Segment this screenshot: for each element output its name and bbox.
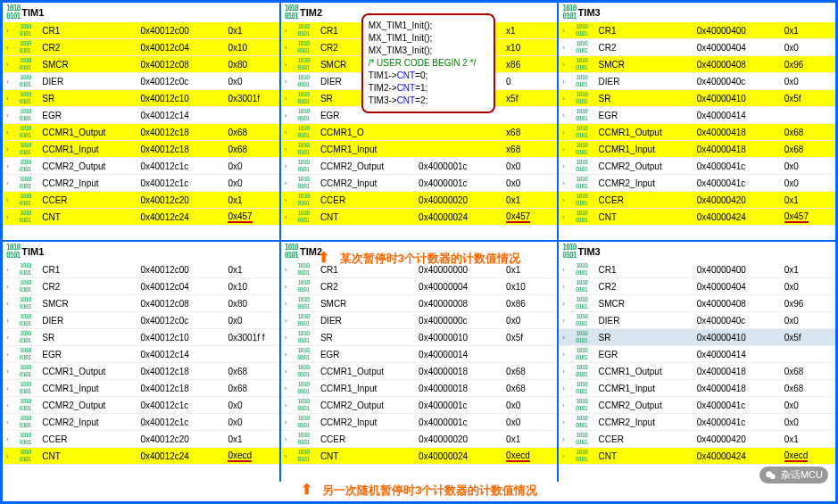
- expand-icon[interactable]: ›: [281, 278, 295, 295]
- register-row[interactable]: ›10100101CCMR2_Input0x4000041c0x0: [559, 414, 835, 431]
- expand-icon[interactable]: ›: [559, 312, 572, 329]
- register-row[interactable]: ›10100101CCMR1_Output0x40012c180x68: [3, 363, 279, 380]
- expand-icon[interactable]: ›: [281, 73, 295, 90]
- expand-icon[interactable]: ›: [559, 448, 572, 465]
- expand-icon[interactable]: ›: [281, 414, 295, 431]
- expand-icon[interactable]: ›: [3, 448, 16, 465]
- register-row[interactable]: ›10100101DIER0x4000000c0x0: [281, 312, 558, 329]
- expand-icon[interactable]: ›: [281, 141, 295, 158]
- expand-icon[interactable]: ›: [559, 397, 572, 414]
- expand-icon[interactable]: ›: [559, 431, 572, 448]
- register-row[interactable]: ›10100101CNT0x400000240xecd: [281, 448, 558, 465]
- expand-icon[interactable]: ›: [3, 124, 16, 141]
- expand-icon[interactable]: ›: [281, 346, 295, 363]
- expand-icon[interactable]: ›: [281, 124, 295, 141]
- register-row[interactable]: ›10100101CCER0x40012c200x1: [3, 431, 279, 448]
- expand-icon[interactable]: ›: [559, 90, 572, 107]
- panel-header[interactable]: 10100101TIM2: [281, 3, 558, 22]
- expand-icon[interactable]: ›: [559, 363, 572, 380]
- expand-icon[interactable]: ›: [281, 107, 295, 124]
- register-row[interactable]: ›10100101CCER0x400000200x1: [281, 192, 558, 209]
- expand-icon[interactable]: ›: [281, 329, 295, 346]
- register-row[interactable]: ›10100101CNT0x400004240xecd: [559, 448, 835, 465]
- register-row[interactable]: ›10100101SMCR0x400004080x96: [559, 56, 835, 73]
- expand-icon[interactable]: ›: [3, 209, 16, 226]
- expand-icon[interactable]: ›: [559, 158, 572, 175]
- register-row[interactable]: ›10100101CR20x40012c040x10: [3, 278, 279, 295]
- register-row[interactable]: ›10100101CCER0x400000200x1: [281, 431, 558, 448]
- register-row[interactable]: ›10100101DIER0: [281, 73, 558, 90]
- expand-icon[interactable]: ›: [3, 380, 16, 397]
- expand-icon[interactable]: ›: [3, 397, 16, 414]
- expand-icon[interactable]: ›: [281, 209, 295, 226]
- register-row[interactable]: ›10100101SRx5f: [281, 90, 558, 107]
- register-row[interactable]: ›10100101EGR0x40000014: [281, 346, 558, 363]
- expand-icon[interactable]: ›: [3, 73, 16, 90]
- expand-icon[interactable]: ›: [3, 158, 16, 175]
- register-row[interactable]: ›10100101SMCR0x400000080x86: [281, 295, 558, 312]
- expand-icon[interactable]: ›: [281, 56, 295, 73]
- register-row[interactable]: ›10100101CCMR2_Output0x4000041c0x0: [559, 158, 835, 175]
- expand-icon[interactable]: ›: [281, 158, 295, 175]
- register-row[interactable]: ›10100101CCMR2_Input0x4000001c0x0: [281, 175, 558, 192]
- register-row[interactable]: ›10100101CNT0x40012c240xecd: [3, 448, 279, 465]
- expand-icon[interactable]: ›: [3, 329, 16, 346]
- expand-icon[interactable]: ›: [559, 414, 572, 431]
- expand-icon[interactable]: ›: [559, 107, 572, 124]
- register-row[interactable]: ›10100101SMCR0x400004080x96: [559, 295, 835, 312]
- register-row[interactable]: ›10100101CNT0x40012c240x457: [3, 209, 279, 226]
- register-row[interactable]: ›10100101SMCR0x40012c080x80: [3, 295, 279, 312]
- expand-icon[interactable]: ›: [559, 39, 572, 56]
- register-row[interactable]: ›10100101SMCR0x40012c080x80: [3, 56, 279, 73]
- expand-icon[interactable]: ›: [281, 39, 295, 56]
- expand-icon[interactable]: ›: [559, 346, 572, 363]
- register-row[interactable]: ›10100101DIER0x40012c0c0x0: [3, 312, 279, 329]
- expand-icon[interactable]: ›: [559, 22, 572, 39]
- expand-icon[interactable]: ›: [559, 329, 572, 346]
- expand-icon[interactable]: ›: [3, 346, 16, 363]
- register-row[interactable]: ›10100101CCMR1_Output0x400004180x68: [559, 124, 835, 141]
- register-row[interactable]: ›10100101CCMR2_Output0x40012c1c0x0: [3, 158, 279, 175]
- expand-icon[interactable]: ›: [559, 73, 572, 90]
- register-row[interactable]: ›10100101SR0x400004100x5f: [559, 329, 835, 346]
- register-row[interactable]: ›10100101DIER0x4000040c0x0: [559, 312, 835, 329]
- expand-icon[interactable]: ›: [3, 414, 16, 431]
- register-row[interactable]: ›10100101CR10x400004000x1: [559, 22, 835, 39]
- register-row[interactable]: ›10100101CCMR2_Input0x4000041c0x0: [559, 175, 835, 192]
- register-row[interactable]: ›10100101CCMR1_Input0x400000180x68: [281, 380, 558, 397]
- expand-icon[interactable]: ›: [559, 380, 572, 397]
- expand-icon[interactable]: ›: [3, 192, 16, 209]
- register-row[interactable]: ›10100101EGR0x40012c14: [3, 346, 279, 363]
- expand-icon[interactable]: ›: [281, 431, 295, 448]
- expand-icon[interactable]: ›: [559, 209, 572, 226]
- register-row[interactable]: ›10100101CCMR1_Ox68: [281, 124, 558, 141]
- expand-icon[interactable]: ›: [281, 363, 295, 380]
- expand-icon[interactable]: ›: [3, 363, 16, 380]
- register-row[interactable]: ›10100101CCMR1_Output0x400004180x68: [559, 363, 835, 380]
- register-row[interactable]: ›10100101CCER0x400004200x1: [559, 431, 835, 448]
- expand-icon[interactable]: ›: [281, 22, 295, 39]
- expand-icon[interactable]: ›: [3, 39, 16, 56]
- expand-icon[interactable]: ›: [559, 56, 572, 73]
- expand-icon[interactable]: ›: [559, 295, 572, 312]
- panel-header[interactable]: 10100101TIM1: [3, 3, 279, 22]
- register-row[interactable]: ›10100101EGR0x40012c14: [3, 107, 279, 124]
- expand-icon[interactable]: ›: [281, 312, 295, 329]
- panel-header[interactable]: 10100101TIM3: [559, 3, 835, 22]
- register-row[interactable]: ›10100101CCMR1_Input0x40012c180x68: [3, 380, 279, 397]
- expand-icon[interactable]: ›: [281, 90, 295, 107]
- register-row[interactable]: ›10100101CCMR1_Input0x40012c180x68: [3, 141, 279, 158]
- expand-icon[interactable]: ›: [559, 278, 572, 295]
- expand-icon[interactable]: ›: [281, 380, 295, 397]
- expand-icon[interactable]: ›: [3, 22, 16, 39]
- register-row[interactable]: ›10100101CCMR1_Input0x400004180x68: [559, 380, 835, 397]
- expand-icon[interactable]: ›: [3, 278, 16, 295]
- register-row[interactable]: ›10100101CR2x10: [281, 39, 558, 56]
- expand-icon[interactable]: ›: [559, 192, 572, 209]
- expand-icon[interactable]: ›: [3, 56, 16, 73]
- register-row[interactable]: ›10100101CR20x400004040x0: [559, 278, 835, 295]
- expand-icon[interactable]: ›: [281, 397, 295, 414]
- register-row[interactable]: ›10100101CR20x400004040x0: [559, 39, 835, 56]
- register-row[interactable]: ›10100101DIER0x4000040c0x0: [559, 73, 835, 90]
- expand-icon[interactable]: ›: [281, 295, 295, 312]
